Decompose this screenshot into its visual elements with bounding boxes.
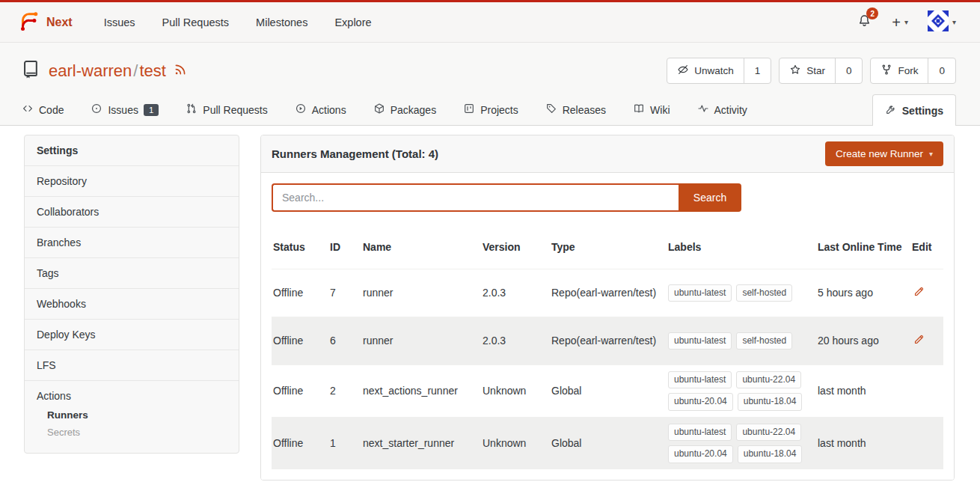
tab-issues[interactable]: Issues 1: [87, 94, 162, 125]
tab-label: Pull Requests: [203, 104, 267, 116]
search-bar: Search: [272, 183, 741, 212]
label-chip: self-hosted: [736, 284, 792, 302]
bell-icon: [857, 18, 872, 31]
runner-id: 1: [330, 430, 357, 457]
star-button-group: Star 0: [779, 58, 863, 84]
repository-icon: [21, 58, 41, 83]
pencil-icon: [913, 288, 925, 299]
notifications-button[interactable]: 2: [857, 13, 872, 31]
runner-last-online: last month: [818, 377, 906, 404]
watchers-count[interactable]: 1: [744, 58, 771, 83]
fork-button[interactable]: Fork: [871, 58, 928, 83]
nav-pull-requests[interactable]: Pull Requests: [152, 10, 239, 35]
label-chip: ubuntu-18.04: [738, 445, 803, 463]
runner-labels: ubuntu-latest ubuntu-22.04 ubuntu-20.04 …: [668, 365, 812, 417]
tab-settings[interactable]: Settings: [872, 94, 956, 126]
sidebar-item-lfs[interactable]: LFS: [25, 350, 239, 381]
search-button[interactable]: Search: [679, 183, 741, 212]
tools-icon: [885, 103, 897, 118]
avatar: [928, 10, 949, 34]
create-menu-button[interactable]: + ▾: [892, 15, 908, 30]
user-menu-button[interactable]: ▾: [928, 10, 956, 34]
repo-owner-link[interactable]: earl-warren: [49, 61, 132, 80]
col-last-online: Last Online Time: [818, 234, 906, 260]
runner-type: Repo(earl-warren/test): [551, 327, 662, 354]
star-button[interactable]: Star: [780, 58, 835, 83]
runner-version: Unknown: [483, 377, 545, 404]
unwatch-label: Unwatch: [694, 65, 734, 76]
runner-labels: ubuntu-latest ubuntu-22.04 ubuntu-20.04 …: [668, 418, 812, 469]
tab-pull-requests[interactable]: Pull Requests: [182, 94, 271, 125]
tab-activity[interactable]: Activity: [693, 94, 751, 125]
tab-packages[interactable]: Packages: [370, 94, 440, 125]
edit-runner-button[interactable]: [912, 332, 926, 349]
tab-releases[interactable]: Releases: [542, 94, 610, 125]
sidebar-item-repository[interactable]: Repository: [25, 166, 239, 197]
tab-label: Packages: [391, 104, 436, 116]
sidebar-header: Settings: [25, 135, 239, 166]
issues-count-badge: 1: [144, 104, 159, 116]
edit-runner-button[interactable]: [912, 284, 926, 301]
forks-count[interactable]: 0: [928, 58, 955, 83]
rss-feed-icon[interactable]: [174, 61, 187, 81]
tab-label: Code: [39, 104, 64, 116]
runners-panel: Runners Management (Total: 4) Create new…: [260, 135, 955, 481]
sidebar-item-collaborators[interactable]: Collaborators: [25, 197, 239, 228]
tab-label: Settings: [902, 105, 943, 117]
nav-explore[interactable]: Explore: [324, 10, 382, 35]
home-link[interactable]: Next: [13, 10, 77, 35]
unwatch-button[interactable]: Unwatch: [667, 58, 744, 83]
runner-version: 2.0.3: [483, 279, 545, 306]
fork-label: Fork: [898, 65, 918, 76]
tab-projects[interactable]: Projects: [459, 94, 522, 125]
repo-name-link[interactable]: test: [139, 61, 165, 80]
repo-header-section: earl-warren/test: [0, 43, 980, 126]
runners-panel-header: Runners Management (Total: 4) Create new…: [261, 135, 954, 173]
sidebar-item-deploy-keys[interactable]: Deploy Keys: [25, 320, 239, 350]
repo-tabbar: Code Issues 1 Pull Requests Actions Pa: [0, 94, 980, 126]
table-row: Offline 1 next_starter_runner Unknown Gl…: [272, 417, 943, 469]
instance-name: Next: [46, 16, 73, 29]
sidebar-item-branches[interactable]: Branches: [25, 228, 239, 258]
sidebar-item-tags[interactable]: Tags: [25, 258, 239, 289]
repo-header: earl-warren/test: [0, 43, 980, 94]
sidebar-group-actions[interactable]: Actions Runners Secrets: [25, 381, 239, 453]
nav-issues[interactable]: Issues: [94, 10, 146, 35]
runner-status: Offline: [273, 430, 324, 457]
sidebar-item-webhooks[interactable]: Webhooks: [25, 289, 239, 320]
tab-wiki[interactable]: Wiki: [629, 94, 673, 125]
runner-version: Unknown: [483, 430, 545, 457]
col-labels: Labels: [668, 234, 812, 260]
tab-actions[interactable]: Actions: [291, 94, 350, 125]
chevron-down-icon: ▾: [929, 150, 933, 158]
tab-code[interactable]: Code: [18, 94, 67, 125]
label-chip: ubuntu-latest: [668, 284, 732, 302]
stars-count[interactable]: 0: [835, 58, 863, 83]
search-input[interactable]: [272, 183, 679, 212]
nav-milestones[interactable]: Milestones: [245, 10, 318, 35]
top-navbar: Next Issues Pull Requests Milestones Exp…: [0, 0, 980, 43]
page-title: Runners Management (Total: 4): [272, 147, 438, 160]
notification-count-badge: 2: [866, 7, 878, 19]
col-name: Name: [363, 234, 477, 260]
runner-type: Global: [551, 377, 662, 404]
sidebar-item-runners[interactable]: Runners: [47, 406, 227, 424]
create-new-runner-button[interactable]: Create new Runner ▾: [825, 141, 943, 166]
col-edit: Edit: [912, 234, 942, 260]
edit-cell: [912, 437, 942, 449]
repo-separator: /: [133, 61, 138, 80]
sidebar-group-children: Runners Secrets: [37, 402, 227, 444]
runner-name: runner: [363, 279, 477, 306]
col-version: Version: [483, 234, 545, 260]
label-chip: ubuntu-latest: [668, 424, 732, 441]
edit-cell: [912, 326, 942, 355]
runner-name: runner: [363, 327, 477, 354]
runner-last-online: 20 hours ago: [818, 327, 906, 354]
play-circle-icon: [295, 103, 307, 117]
settings-content: Settings Repository Collaborators Branch…: [0, 126, 980, 481]
edit-cell: [912, 278, 942, 307]
chevron-down-icon: ▾: [904, 18, 908, 26]
tab-label: Issues: [108, 104, 138, 116]
label-chip: self-hosted: [736, 332, 792, 350]
sidebar-item-secrets[interactable]: Secrets: [47, 424, 227, 441]
